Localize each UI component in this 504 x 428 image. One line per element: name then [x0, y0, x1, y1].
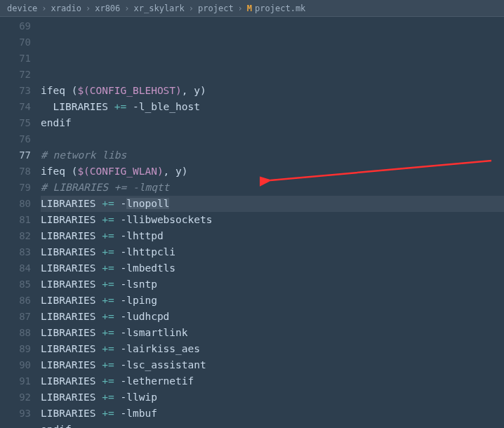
code-token: ifeq (	[41, 166, 77, 177]
line-number: 85	[0, 276, 31, 293]
code-token: LIBRARIES	[41, 408, 102, 419]
code-line[interactable]: LIBRARIES += -lsmartlink	[41, 325, 504, 341]
code-line[interactable]	[41, 67, 504, 83]
code-area[interactable]: ifeq ($(CONFIG_BLEHOST), y) LIBRARIES +=…	[41, 17, 504, 428]
code-token: +=	[102, 343, 114, 354]
line-number: 91	[0, 373, 31, 389]
line-number: 77	[0, 147, 31, 163]
code-line[interactable]: endif	[41, 422, 504, 428]
code-token: # network libs	[41, 149, 126, 161]
code-token: $(CONFIG_WLAN)	[77, 166, 163, 177]
code-token: -llibwebsockets	[114, 214, 213, 225]
code-line[interactable]: endif	[41, 115, 504, 131]
code-line[interactable]: LIBRARIES += -llwip	[41, 389, 504, 406]
code-token: , y)	[164, 166, 188, 177]
breadcrumb-file[interactable]: project.mk	[255, 4, 305, 13]
breadcrumb-item[interactable]: xr_skylark	[134, 4, 185, 13]
line-number: 93	[0, 406, 31, 422]
code-token: -	[114, 198, 126, 209]
chevron-right-icon: ›	[124, 4, 129, 13]
code-line[interactable]: LIBRARIES += -ludhcpd	[41, 309, 504, 325]
code-token: +=	[102, 375, 114, 387]
code-token: -lhttpd	[114, 230, 164, 241]
line-number: 90	[0, 357, 31, 373]
code-line[interactable]: LIBRARIES += -lethernetif	[41, 373, 504, 389]
code-line[interactable]: ifeq ($(CONFIG_BLEHOST), y)	[41, 83, 504, 99]
code-token: LIBRARIES	[41, 359, 102, 370]
line-number: 76	[0, 131, 31, 147]
code-token: -lsc_assistant	[114, 359, 206, 370]
code-token: -lsntp	[114, 279, 157, 290]
code-token: +=	[102, 246, 114, 258]
line-number: 75	[0, 115, 31, 131]
code-line[interactable]: LIBRARIES += -lsntp	[41, 276, 504, 293]
line-number: 72	[0, 67, 31, 83]
chevron-right-icon: ›	[238, 4, 243, 13]
line-number: 83	[0, 244, 31, 260]
code-token: -lairkiss_aes	[114, 343, 200, 354]
code-token: +=	[102, 408, 114, 419]
code-token: ifeq (	[41, 85, 77, 96]
code-token: $(CONFIG_BLEHOST)	[77, 85, 181, 96]
line-number: 86	[0, 293, 31, 309]
code-token: -llwip	[114, 392, 157, 403]
code-line[interactable]: LIBRARIES += -lmbedtls	[41, 260, 504, 276]
code-token: -lping	[114, 295, 157, 306]
code-token: +=	[102, 230, 114, 241]
code-token: +=	[102, 327, 114, 338]
code-token: -l_ble_host	[126, 101, 200, 112]
code-line[interactable]: LIBRARIES += -lhttpcli	[41, 244, 504, 260]
code-token: LIBRARIES	[41, 101, 114, 112]
code-token: LIBRARIES	[41, 375, 102, 387]
code-line[interactable]: LIBRARIES += -lairkiss_aes	[41, 341, 504, 357]
code-token: -lethernetif	[114, 375, 194, 387]
code-line[interactable]	[41, 131, 504, 147]
line-number: 84	[0, 260, 31, 276]
line-number: 79	[0, 180, 31, 196]
code-line[interactable]: # LIBRARIES += -lmqtt	[41, 180, 504, 196]
code-token: lnopoll	[126, 198, 169, 209]
breadcrumb-item[interactable]: xr806	[95, 4, 120, 13]
breadcrumb-item[interactable]: device	[7, 4, 37, 13]
code-token: , y)	[182, 85, 206, 96]
code-token: LIBRARIES	[41, 392, 102, 403]
line-number: 71	[0, 51, 31, 67]
code-token: -ludhcpd	[114, 311, 170, 322]
code-token: LIBRARIES	[41, 311, 102, 322]
breadcrumb-item[interactable]: xradio	[51, 4, 81, 13]
code-token: LIBRARIES	[41, 230, 102, 241]
code-line[interactable]: LIBRARIES += -l_ble_host	[41, 99, 504, 115]
chevron-right-icon: ›	[86, 4, 91, 13]
code-token: -lmbedtls	[114, 262, 175, 274]
line-number-gutter: 6970717273747576777879808182838485868788…	[0, 17, 41, 428]
code-line[interactable]: LIBRARIES += -lmbuf	[41, 406, 504, 422]
line-number: 88	[0, 325, 31, 341]
code-token: endif	[41, 424, 72, 428]
breadcrumb[interactable]: device › xradio › xr806 › xr_skylark › p…	[0, 0, 504, 17]
line-number: 69	[0, 18, 31, 34]
code-token: +=	[102, 214, 114, 225]
line-number: 87	[0, 309, 31, 325]
code-line[interactable]: LIBRARIES += -lsc_assistant	[41, 357, 504, 373]
code-line[interactable]: LIBRARIES += -lhttpd	[41, 228, 504, 244]
code-token: +=	[102, 295, 114, 306]
code-token: LIBRARIES	[41, 327, 102, 338]
code-token: LIBRARIES	[41, 198, 102, 209]
code-editor[interactable]: 6970717273747576777879808182838485868788…	[0, 17, 504, 428]
code-token: +=	[102, 359, 114, 370]
code-line[interactable]: LIBRARIES += -llibwebsockets	[41, 212, 504, 228]
code-token: +=	[102, 279, 114, 290]
code-token: +=	[102, 262, 114, 274]
line-number: 92	[0, 389, 31, 406]
chevron-right-icon: ›	[41, 4, 46, 13]
line-number: 73	[0, 83, 31, 99]
code-line[interactable]: LIBRARIES += -lping	[41, 293, 504, 309]
code-token: LIBRARIES	[41, 343, 102, 354]
line-number: 78	[0, 163, 31, 180]
chevron-right-icon: ›	[189, 4, 194, 13]
code-token: -lhttpcli	[114, 246, 175, 258]
code-line[interactable]: # network libs	[41, 147, 504, 163]
code-line[interactable]: LIBRARIES += -lnopoll	[41, 196, 504, 212]
breadcrumb-item[interactable]: project	[198, 4, 234, 13]
code-line[interactable]: ifeq ($(CONFIG_WLAN), y)	[41, 163, 504, 180]
